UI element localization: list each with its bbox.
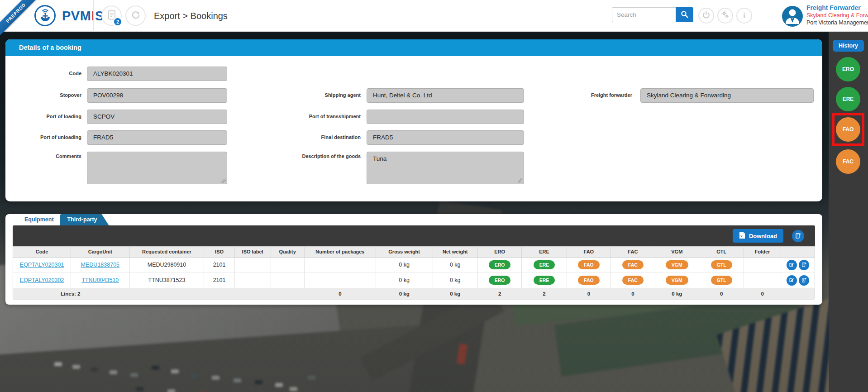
refresh-icon xyxy=(131,10,140,21)
code-link[interactable]: EQPTALY020301 xyxy=(20,262,64,268)
footer-total-ero: 2 xyxy=(477,288,521,300)
history-button[interactable]: History xyxy=(833,40,864,52)
status-side-rail: History ERO ERE FAO FAC xyxy=(829,32,868,392)
user-info[interactable]: Freight Forwarder Skyland Clearing & For… xyxy=(806,4,868,26)
line-document-plus-button[interactable] xyxy=(799,260,809,270)
comments-field[interactable] xyxy=(87,152,227,184)
search-button[interactable] xyxy=(676,7,693,22)
pencil-square-icon xyxy=(789,277,794,284)
description-of-goods-label: Description of the goods xyxy=(276,153,361,159)
download-button[interactable]: x Download xyxy=(733,229,783,243)
col-header-iso-label: ISO label xyxy=(234,247,271,257)
cell-ere: ERE xyxy=(522,272,567,288)
port-of-loading-label: Port of loading xyxy=(5,114,81,119)
document-plus-icon xyxy=(801,262,806,268)
col-header-actions xyxy=(781,247,815,257)
final-destination-field[interactable]: FRAD5 xyxy=(367,130,524,145)
final-destination-label: Final destination xyxy=(276,134,361,140)
tab-equipment[interactable]: Equipment xyxy=(18,214,60,225)
tab-third-party[interactable]: Third-party xyxy=(60,214,109,225)
col-header-gross-weight: Gross weight xyxy=(376,247,433,257)
fac-pill[interactable]: FAC xyxy=(622,260,644,269)
cell-packages xyxy=(304,257,376,272)
equipment-panel: Equipment Third-party x Download CodeCar… xyxy=(5,214,822,305)
description-of-goods-field[interactable]: Tuna xyxy=(367,152,524,184)
shipping-agent-label: Shipping agent xyxy=(276,92,361,98)
cell-gross_weight: 0 kg xyxy=(376,257,433,272)
new-line-button[interactable] xyxy=(792,230,804,242)
cargo-unit-link[interactable]: MEDU1838705 xyxy=(81,262,119,268)
status-circle-fac[interactable]: FAC xyxy=(836,149,860,174)
port-of-unloading-field[interactable]: FRAD5 xyxy=(87,130,227,145)
port-of-loading-field[interactable]: SCPOV xyxy=(87,110,227,124)
ero-pill[interactable]: ERO xyxy=(489,276,511,285)
vgm-pill[interactable]: VGM xyxy=(666,260,688,269)
environment-ribbon-wrap: PREPROD xyxy=(0,0,42,42)
col-header-number-of-packages: Number of packages xyxy=(304,247,376,257)
stopover-field[interactable]: POV00298 xyxy=(87,88,227,103)
cell-iso_label xyxy=(234,257,271,272)
footer-total-fac: 0 xyxy=(611,288,655,300)
brand-wordmark: PVMIS xyxy=(62,9,104,23)
freight-forwarder-field[interactable]: Skyland Clearing & Forwarding xyxy=(640,88,814,103)
footer-total-net-weight: 0 kg xyxy=(433,288,477,300)
vgm-pill[interactable]: VGM xyxy=(666,276,688,285)
status-circle-ere[interactable]: ERE xyxy=(836,87,860,111)
cell-vgm: VGM xyxy=(655,272,699,288)
cell-iso_label xyxy=(234,272,271,288)
equipment-tabs: Equipment Third-party xyxy=(18,214,109,225)
col-header-requested-container: Requested container xyxy=(129,247,204,257)
col-header-vgm: VGM xyxy=(655,247,699,257)
ere-pill[interactable]: ERE xyxy=(534,260,555,269)
info-button[interactable]: i xyxy=(736,8,752,24)
logout-button[interactable] xyxy=(698,8,714,24)
port-of-transshipment-field[interactable] xyxy=(367,110,524,124)
preprod-ribbon: PREPROD xyxy=(0,0,42,40)
notifications-button[interactable]: 2 xyxy=(101,5,122,26)
col-header-fao: FAO xyxy=(567,247,610,257)
panel-title: Details of a booking xyxy=(5,39,822,56)
settings-button[interactable] xyxy=(717,8,733,24)
footer-total-vgm: 0 kg xyxy=(655,288,699,300)
excel-file-icon: x xyxy=(739,231,745,240)
fao-pill[interactable]: FAO xyxy=(578,260,600,269)
edit-line-button[interactable] xyxy=(787,275,797,286)
refresh-button[interactable] xyxy=(125,5,146,26)
ere-pill[interactable]: ERE xyxy=(534,276,555,285)
line-document-plus-button[interactable] xyxy=(799,275,809,286)
ero-pill[interactable]: ERO xyxy=(489,260,511,269)
document-plus-icon xyxy=(795,233,801,240)
col-header-fac: FAC xyxy=(611,247,655,257)
gtl-pill[interactable]: GTL xyxy=(711,260,732,269)
comments-label: Comments xyxy=(5,153,81,159)
col-header-iso: ISO xyxy=(204,247,234,257)
footer-total-gross-weight: 0 kg xyxy=(376,288,433,300)
fao-pill[interactable]: FAO xyxy=(578,276,600,285)
code-link[interactable]: EQPTALY020302 xyxy=(20,277,64,283)
fac-pill[interactable]: FAC xyxy=(622,276,644,285)
document-plus-icon xyxy=(801,277,806,284)
svg-text:x: x xyxy=(740,234,743,238)
status-circle-fao[interactable]: FAO xyxy=(836,117,860,142)
freight-forwarder-label: Freight forwarder xyxy=(548,92,632,98)
header-divider-1 xyxy=(93,0,94,32)
shipping-agent-field[interactable]: Hunt, Deltel & Co. Ltd xyxy=(367,88,524,103)
cell-fac: FAC xyxy=(611,272,655,288)
cell-vgm: VGM xyxy=(655,257,699,272)
cargo-unit-link[interactable]: TTNU0043510 xyxy=(81,277,119,283)
code-field[interactable]: ALYBK020301 xyxy=(87,67,227,81)
cell-cargo_unit: MEDU1838705 xyxy=(71,257,129,272)
edit-line-button[interactable] xyxy=(787,260,797,270)
cell-cargo_unit: TTNU0043510 xyxy=(71,272,129,288)
code-label: Code xyxy=(5,71,81,76)
table-header-row: CodeCargoUnitRequested containerISOISO l… xyxy=(13,247,815,257)
person-icon xyxy=(782,6,803,27)
search-input[interactable] xyxy=(612,7,676,22)
cell-code: EQPTALY020302 xyxy=(13,272,71,288)
col-header-ere: ERE xyxy=(522,247,567,257)
user-avatar[interactable] xyxy=(782,6,803,27)
status-circle-ero[interactable]: ERO xyxy=(836,57,860,81)
table-toolbar: x Download xyxy=(13,225,815,246)
gtl-pill[interactable]: GTL xyxy=(711,276,732,285)
footer-actions-spacer xyxy=(781,288,815,300)
